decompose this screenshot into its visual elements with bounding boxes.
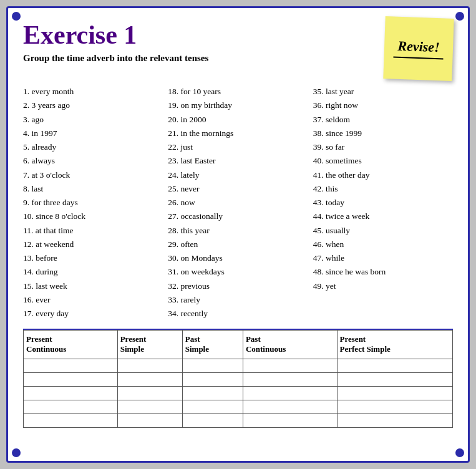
list-col1: 1. every month 2. 3 years ago 3. ago 4. …	[23, 85, 158, 321]
list-item: 44. twice a week	[313, 210, 448, 223]
list-item: 2. 3 years ago	[23, 99, 158, 112]
table-cell[interactable]	[182, 387, 243, 400]
table-cell[interactable]	[182, 400, 243, 414]
list-item: 48. since he was born	[313, 265, 448, 279]
table-cell[interactable]	[117, 414, 182, 428]
table-cell[interactable]	[182, 359, 243, 373]
col-header-past-simple: PastSimple	[182, 330, 243, 359]
list-item: 26. now	[168, 196, 303, 210]
list-item: 49. yet	[313, 279, 448, 293]
list-item: 23. last Easter	[168, 154, 303, 168]
list-item: 33. rarely	[168, 293, 303, 307]
column-3: 35. last year 36. right now 37. seldom 3…	[308, 85, 453, 321]
page: Exercise 1 Group the time adverb into th…	[6, 6, 470, 463]
column-1: 1. every month 2. 3 years ago 3. ago 4. …	[23, 85, 163, 321]
table-cell[interactable]	[337, 373, 452, 387]
table-cell[interactable]	[337, 387, 452, 400]
list-item: 47. while	[313, 251, 448, 265]
list-item: 34. recently	[168, 307, 303, 321]
table-cell[interactable]	[117, 387, 182, 400]
table-cell[interactable]	[24, 414, 118, 428]
table-cell[interactable]	[24, 387, 118, 400]
list-item: 20. in 2000	[168, 113, 303, 127]
answer-table: PresentContinuous PresentSimple PastSimp…	[23, 330, 453, 428]
table-cell[interactable]	[243, 359, 337, 373]
list-item: 1. every month	[23, 85, 158, 99]
list-item: 19. on my birthday	[168, 99, 303, 112]
content-area: 1. every month 2. 3 years ago 3. ago 4. …	[23, 85, 453, 321]
col-header-past-continuous: PastContinuous	[243, 330, 337, 359]
list-item: 9. for three days	[23, 196, 158, 210]
table-cell[interactable]	[243, 373, 337, 387]
list-item: 27. occasionally	[168, 210, 303, 223]
corner-tl	[12, 12, 21, 21]
list-item: 46. when	[313, 238, 448, 251]
list-item: 38. since 1999	[313, 127, 448, 140]
list-item: 45. usually	[313, 224, 448, 238]
list-item: 25. never	[168, 182, 303, 196]
list-item: 22. just	[168, 140, 303, 154]
list-item: 42. this	[313, 182, 448, 196]
list-item: 28. this year	[168, 224, 303, 238]
answer-table-section: PresentContinuous PresentSimple PastSimp…	[23, 329, 453, 428]
sticky-underline	[393, 57, 443, 60]
corner-tr	[455, 12, 464, 21]
table-cell[interactable]	[117, 373, 182, 387]
table-cell[interactable]	[243, 387, 337, 400]
table-cell[interactable]	[117, 359, 182, 373]
list-item: 6. always	[23, 154, 158, 168]
table-cell[interactable]	[337, 414, 452, 428]
list-item: 16. ever	[23, 293, 158, 307]
list-item: 21. in the mornings	[168, 127, 303, 140]
column-2: 18. for 10 years 19. on my birthday 20. …	[163, 85, 308, 321]
list-item: 36. right now	[313, 99, 448, 112]
list-item: 29. often	[168, 238, 303, 251]
table-row[interactable]	[24, 373, 453, 387]
corner-br	[455, 448, 464, 457]
table-row[interactable]	[24, 387, 453, 400]
table-row[interactable]	[24, 414, 453, 428]
table-cell[interactable]	[243, 414, 337, 428]
table-header-row: PresentContinuous PresentSimple PastSimp…	[24, 330, 453, 359]
table-cell[interactable]	[117, 400, 182, 414]
list-item: 39. so far	[313, 140, 448, 154]
col-header-present-simple: PresentSimple	[117, 330, 182, 359]
list-item: 30. on Mondays	[168, 251, 303, 265]
list-item: 12. at weekend	[23, 238, 158, 251]
table-cell[interactable]	[337, 400, 452, 414]
list-item: 37. seldom	[313, 113, 448, 127]
table-cell[interactable]	[24, 400, 118, 414]
list-item: 31. on weekdays	[168, 265, 303, 279]
list-item: 18. for 10 years	[168, 85, 303, 99]
list-item: 11. at that time	[23, 224, 158, 238]
header: Exercise 1 Group the time adverb into th…	[23, 21, 453, 80]
title-section: Exercise 1 Group the time adverb into th…	[23, 21, 208, 64]
table-cell[interactable]	[182, 373, 243, 387]
list-item: 8. last	[23, 182, 158, 196]
sticky-note: Revise!	[383, 16, 454, 81]
table-cell[interactable]	[337, 359, 452, 373]
list-col2: 18. for 10 years 19. on my birthday 20. …	[168, 85, 303, 321]
list-item: 10. since 8 o'clock	[23, 210, 158, 223]
list-item: 4. in 1997	[23, 127, 158, 140]
table-cell[interactable]	[243, 400, 337, 414]
list-item: 14. during	[23, 265, 158, 279]
table-cell[interactable]	[182, 414, 243, 428]
list-item: 5. already	[23, 140, 158, 154]
instruction-text: Group the time adverb into the relevant …	[23, 53, 208, 64]
corner-bl	[12, 448, 21, 457]
table-cell[interactable]	[24, 359, 118, 373]
col-header-present-perfect-simple: PresentPerfect Simple	[337, 330, 452, 359]
table-row[interactable]	[24, 359, 453, 373]
list-item: 3. ago	[23, 113, 158, 127]
list-item: 13. before	[23, 251, 158, 265]
list-item: 43. today	[313, 196, 448, 210]
list-item: 7. at 3 o'clock	[23, 168, 158, 182]
revise-label: Revise!	[397, 38, 440, 56]
list-item: 41. the other day	[313, 168, 448, 182]
table-row[interactable]	[24, 400, 453, 414]
list-item: 35. last year	[313, 85, 448, 99]
list-item: 24. lately	[168, 168, 303, 182]
col-header-present-continuous: PresentContinuous	[24, 330, 118, 359]
table-cell[interactable]	[24, 373, 118, 387]
